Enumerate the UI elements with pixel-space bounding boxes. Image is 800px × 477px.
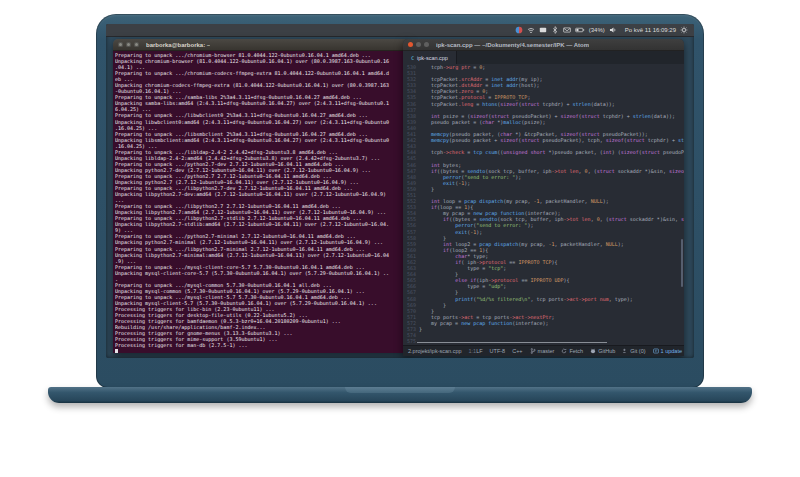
cpp-file-icon: C: [411, 55, 414, 61]
status-item-label: C++: [512, 348, 522, 354]
status-item-label: Git (0): [630, 348, 645, 354]
clock[interactable]: Po kvě 11 16:09:29: [625, 24, 676, 37]
maximize-icon[interactable]: [424, 42, 429, 47]
terminal-line: Unpacking libwbclient0:amd64 (2:4.3.11+d…: [115, 119, 410, 125]
maximize-icon[interactable]: [134, 42, 139, 47]
status-item-github[interactable]: GitHub: [590, 348, 615, 354]
laptop-lid: (34%) Po kvě 11 16:09:29 barborka@barbor…: [96, 14, 704, 388]
editor-window: ipk-scan.cpp — ~/Dokumenty/4.semester/IP…: [403, 39, 684, 356]
status-item-label: 1 update: [661, 348, 682, 354]
terminal-titlebar[interactable]: barborka@barborka: ~: [113, 39, 410, 51]
tab-label: ipk-scan.cpp: [417, 55, 448, 61]
terminal-line: Unpacking samba-libs:amd64 (2:4.3.11+dfs…: [115, 100, 410, 106]
status-item-label: UTF-8: [490, 348, 506, 354]
terminal-line: Unpacking libpython2.7-stdlib:amd64 (2.7…: [115, 221, 410, 227]
terminal-title: barborka@barborka: ~: [146, 42, 210, 48]
terminal-line: Unpacking python2.7-minimal (2.7.12-1ubu…: [115, 239, 410, 245]
terminal-cursor: [115, 349, 118, 353]
branch-icon: [530, 348, 536, 354]
battery-icon[interactable]: [575, 26, 585, 34]
vertical-scrollbar-thumb[interactable]: [681, 239, 683, 287]
terminal-line: Preparing to unpack .../chromium-codecs-…: [115, 70, 410, 76]
status-file-path[interactable]: 2.projekt/ipk-scan.cpp: [408, 348, 462, 354]
battery-percentage: (34%): [589, 24, 605, 37]
session-menu[interactable]: [680, 26, 688, 34]
editor-code[interactable]: 530 tcph->urg_ptr = 0;531532 tcpPacket.s…: [403, 64, 684, 345]
terminal-line: Unpacking chromium-browser (81.0.4044.12…: [115, 58, 410, 64]
terminal-line: Preparing to unpack .../libsmbclient_2%3…: [115, 131, 410, 137]
status-item-lf[interactable]: LF: [476, 348, 482, 354]
terminal-line: Unpacking libsmbclient:amd64 (2:4.3.11+d…: [115, 137, 410, 143]
status-item-label: Fetch: [569, 348, 583, 354]
terminal-body[interactable]: Preparing to unpack .../chromium-browser…: [113, 51, 410, 353]
tab-ipk-scan[interactable]: C ipk-scan.cpp: [403, 51, 457, 64]
keyboard-layout-icon[interactable]: [539, 26, 547, 34]
terminal-line: Unpacking mysql-client-core-5.7 (5.7.30-…: [115, 270, 410, 276]
terminal-line: Unpacking libpython2.7-dev:amd64 (2.7.12…: [115, 191, 410, 197]
update-icon: [653, 348, 659, 354]
status-right: LFUTF-8C++masterFetchGitHubGit (0)1 upda…: [476, 348, 682, 354]
editor-titlebar[interactable]: ipk-scan.cpp — ~/Dokumenty/4.semester/IP…: [403, 39, 684, 51]
close-icon[interactable]: [118, 42, 123, 47]
editor-status-bar: 2.projekt/ipk-scan.cpp 1:1 LFUTF-8C++mas…: [403, 345, 684, 356]
status-item-label: master: [538, 348, 555, 354]
terminal-window: barborka@barborka: ~ Preparing to unpack…: [113, 39, 410, 353]
laptop-base: [48, 387, 752, 403]
status-item-label: GitHub: [598, 348, 615, 354]
horizontal-scrollbar-thumb[interactable]: [417, 342, 607, 343]
mail-icon[interactable]: [563, 26, 571, 34]
sync-icon: [561, 348, 567, 354]
status-item-fetch[interactable]: Fetch: [561, 348, 583, 354]
terminal-line: Unpacking libpython2.7-minimal:amd64 (2.…: [115, 252, 410, 258]
laptop-screen: (34%) Po kvě 11 16:09:29 barborka@barbor…: [106, 24, 694, 358]
status-cursor-position[interactable]: 1:1: [469, 348, 477, 354]
minimize-icon[interactable]: [126, 42, 131, 47]
status-item-1-update[interactable]: 1 update: [653, 348, 682, 354]
laptop-base-notch: [345, 387, 455, 393]
bluetooth-icon[interactable]: [551, 26, 559, 34]
page: (34%) Po kvě 11 16:09:29 barborka@barbor…: [0, 0, 800, 477]
terminal-line: Unpacking libldap-2.4-2:amd64 (2.4.42+df…: [115, 155, 410, 161]
close-icon[interactable]: [408, 42, 413, 47]
status-item-label: LF: [476, 348, 482, 354]
tray-icons: (34%): [515, 24, 617, 37]
git-icon: [622, 348, 628, 354]
terminal-line: Preparing to unpack .../libwbclient0_2%3…: [115, 112, 410, 118]
minimize-icon[interactable]: [416, 42, 421, 47]
wifi-icon[interactable]: [527, 26, 535, 34]
indicator-swirl-icon[interactable]: [515, 26, 523, 34]
editor-window-title: ipk-scan.cpp — ~/Dokumenty/4.semester/IP…: [436, 42, 589, 48]
status-item-utf-8[interactable]: UTF-8: [490, 348, 506, 354]
status-item-c-[interactable]: C++: [512, 348, 522, 354]
github-icon: [590, 348, 596, 354]
status-item-git-0-[interactable]: Git (0): [622, 348, 645, 354]
editor-tab-bar: C ipk-scan.cpp: [403, 51, 684, 65]
gear-icon[interactable]: [680, 26, 688, 34]
system-top-bar: (34%) Po kvě 11 16:09:29: [106, 24, 694, 37]
status-item-master[interactable]: master: [530, 348, 555, 354]
volume-icon[interactable]: [609, 26, 617, 34]
